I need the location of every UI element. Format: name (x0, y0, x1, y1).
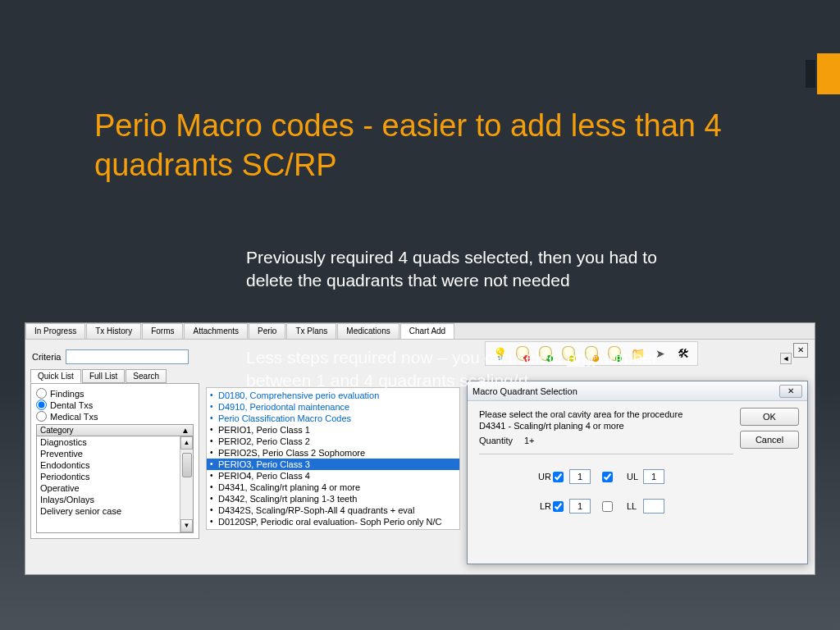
ur-checkbox[interactable] (553, 472, 564, 482)
ur-value[interactable]: 1 (569, 469, 591, 484)
radio-dental-label: Dental Txs (50, 400, 93, 410)
list-item[interactable]: D4342S, Scaling/RP-Soph-All 4 quadrants … (207, 504, 459, 516)
slide-body-1: Previously required 4 quads selected, th… (246, 246, 705, 293)
list-item[interactable]: D4910, Periodontal maintenance (207, 401, 459, 413)
macro-quadrant-dialog: Macro Quadrant Selection ✕ OK Cancel Ple… (467, 381, 808, 564)
ok-button[interactable]: OK (740, 408, 799, 426)
scrollbar[interactable]: ▲ ▼ (180, 436, 193, 532)
tab-in-progress[interactable]: In Progress (25, 323, 85, 339)
lr-checkbox[interactable] (553, 501, 564, 512)
radio-medical-label: Medical Txs (50, 412, 98, 422)
tab-perio[interactable]: Perio (249, 323, 285, 339)
body2-pre: Less steps required now – you can select (246, 348, 567, 367)
ll-checkbox[interactable] (602, 501, 613, 512)
tab-tx-history[interactable]: Tx History (86, 323, 141, 339)
list-item[interactable]: Preventive (37, 448, 193, 459)
list-item[interactable]: D4342, Scaling/rt planing 1-3 teeth (207, 493, 459, 504)
list-item[interactable]: PERIO2, Perio Class 2 (207, 436, 459, 447)
close-icon[interactable]: ✕ (793, 343, 808, 358)
dialog-close-icon[interactable]: ✕ (779, 385, 802, 398)
ul-checkbox[interactable] (602, 472, 613, 482)
subtab-full-list[interactable]: Full List (82, 369, 125, 383)
ul-label: UL (627, 472, 643, 482)
list-item[interactable]: Periodontics (37, 471, 193, 482)
quantity-value: 1+ (524, 436, 535, 445)
list-item[interactable]: PERIO1, Perio Class 1 (207, 424, 459, 436)
ll-label: LL (627, 501, 643, 511)
category-list: Diagnostics Preventive Endodontics Perio… (36, 436, 194, 533)
radio-findings-label: Findings (50, 389, 84, 399)
body2-underline: any (567, 348, 595, 367)
list-item[interactable]: Delivery senior case (37, 505, 193, 517)
scroll-thumb[interactable] (182, 453, 192, 477)
slide-accent (817, 53, 840, 94)
ll-value[interactable] (643, 499, 664, 514)
quadrant-grid: UR 1 UL 1 LR 1 LL (528, 469, 709, 514)
criteria-label: Criteria (32, 352, 61, 362)
list-item[interactable]: D4341, Scaling/rt planing 4 or more (207, 482, 459, 493)
list-item-selected[interactable]: PERIO3, Perio Class 3 (207, 459, 459, 470)
category-header-label: Category (40, 426, 74, 435)
left-panel: Quick List Full List Search Findings Den… (30, 369, 199, 539)
list-item[interactable]: Operative (37, 482, 193, 494)
scroll-down-icon[interactable]: ▼ (180, 519, 193, 532)
criteria-input[interactable] (66, 349, 189, 364)
lr-label: LR (528, 501, 553, 511)
slide-title: Perio Macro codes - easier to add less t… (94, 107, 751, 185)
slide-body-2: Less steps required now – you can select… (246, 346, 705, 393)
scroll-left-icon[interactable]: ◄ (780, 353, 792, 364)
category-header[interactable]: Category ▲ (36, 424, 194, 436)
list-item[interactable]: PERIO4, Perio Class 4 (207, 470, 459, 482)
main-tab-strip: In Progress Tx History Forms Attachments… (25, 323, 815, 340)
ul-value[interactable]: 1 (643, 469, 664, 484)
list-item[interactable]: Diagnostics (37, 436, 193, 448)
radio-dental-txs[interactable]: Dental Txs (36, 399, 194, 410)
quantity-label: Quantity (479, 436, 513, 445)
divider (479, 454, 733, 454)
tab-tx-plans[interactable]: Tx Plans (286, 323, 336, 339)
scroll-up-icon[interactable]: ▲ (180, 436, 193, 450)
subtab-search[interactable]: Search (126, 369, 167, 383)
tab-medications[interactable]: Medications (337, 323, 399, 339)
list-item[interactable]: Inlays/Onlays (37, 494, 193, 505)
lr-value[interactable]: 1 (569, 499, 591, 514)
radio-medical-txs[interactable]: Medical Txs (36, 411, 194, 422)
list-item[interactable]: Endodontics (37, 459, 193, 471)
radio-findings[interactable]: Findings (36, 388, 194, 399)
code-list: D0180, Comprehensive perio evaluation D4… (206, 387, 460, 530)
subtab-quick-list[interactable]: Quick List (30, 369, 81, 383)
criteria-row: Criteria (32, 349, 189, 364)
tab-attachments[interactable]: Attachments (184, 323, 248, 339)
list-item[interactable]: D0120SP, Periodic oral evaluation- Soph … (207, 516, 459, 527)
list-item[interactable]: Perio Classification Macro Codes (207, 413, 459, 424)
sort-icon: ▲ (181, 426, 189, 435)
ur-label: UR (528, 472, 553, 482)
tab-chart-add[interactable]: Chart Add (400, 323, 454, 339)
tab-forms[interactable]: Forms (142, 323, 183, 339)
list-item[interactable]: PERIO2S, Perio Class 2 Sophomore (207, 447, 459, 459)
cancel-button[interactable]: Cancel (740, 431, 799, 449)
